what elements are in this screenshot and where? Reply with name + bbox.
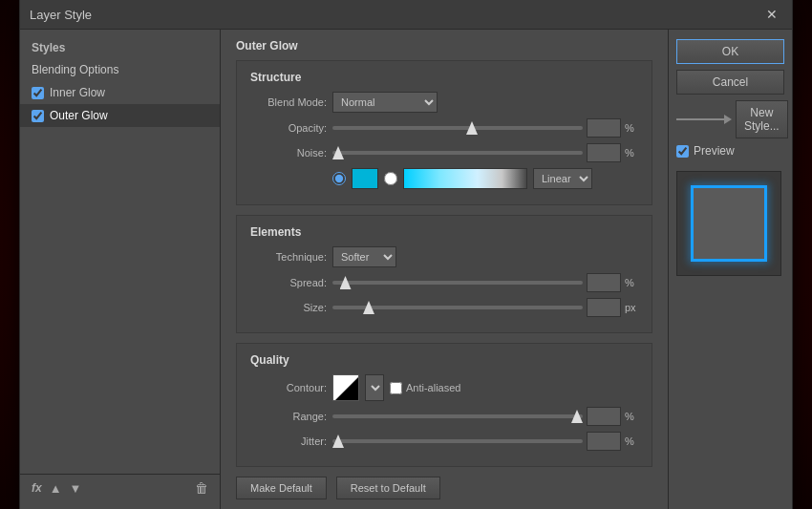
solid-color-swatch[interactable] [352, 168, 378, 189]
opacity-row: Opacity: 56 % [250, 118, 638, 138]
anti-aliased-checkbox[interactable] [390, 382, 402, 394]
ok-button[interactable]: OK [676, 39, 784, 64]
technique-row: Technique: Softer Precise [250, 246, 638, 267]
make-default-button[interactable]: Make Default [236, 477, 327, 499]
contour-row: Contour: Anti-aliased [250, 374, 638, 401]
cancel-button[interactable]: Cancel [676, 70, 784, 95]
jitter-row: Jitter: 0 % [250, 432, 638, 451]
sidebar-item-outer-glow[interactable]: Outer Glow [20, 104, 220, 127]
jitter-value[interactable]: 0 [587, 432, 621, 451]
jitter-unit: % [625, 435, 638, 447]
quality-section: Quality Contour: Anti-aliased [236, 343, 652, 467]
blending-options-label: Blending Options [32, 63, 118, 76]
elements-section: Elements Technique: Softer Precise Sprea… [236, 215, 652, 333]
noise-label: Noise: [250, 147, 327, 159]
solid-color-radio[interactable] [332, 172, 346, 185]
range-unit: % [625, 411, 638, 422]
preview-checkbox[interactable] [676, 145, 689, 158]
structure-label: Structure [250, 71, 638, 84]
noise-slider[interactable] [332, 151, 583, 155]
range-slider[interactable] [332, 414, 583, 418]
move-down-icon[interactable]: ▼ [70, 481, 82, 496]
spread-value[interactable]: 3 [587, 273, 621, 292]
jitter-slider[interactable] [332, 439, 583, 443]
spread-label: Spread: [250, 277, 327, 288]
outer-glow-section-label: Outer Glow [236, 39, 652, 53]
noise-unit: % [625, 147, 638, 159]
noise-slider-container: 0 % [332, 143, 638, 162]
range-slider-container: 100 % [332, 407, 638, 426]
new-style-area: New Style... [676, 100, 784, 138]
layer-style-dialog: Layer Style ✕ Styles Blending Options In… [19, 0, 793, 509]
arrow-head [724, 115, 732, 124]
move-up-icon[interactable]: ▲ [50, 481, 62, 496]
gradient-radio[interactable] [384, 172, 397, 185]
preview-inner [691, 185, 767, 262]
size-slider[interactable] [332, 306, 583, 309]
bottom-buttons: Make Default Reset to Default [236, 477, 652, 499]
inner-glow-label: Inner Glow [50, 86, 105, 99]
dialog-body: Styles Blending Options Inner Glow Outer… [20, 30, 792, 509]
blend-mode-label: Blend Mode: [250, 96, 327, 108]
dialog-titlebar: Layer Style ✕ [20, 0, 792, 30]
dialog-title: Layer Style [30, 8, 92, 22]
opacity-slider-container: 56 % [332, 118, 638, 138]
fx-icon[interactable]: fx [32, 481, 42, 495]
arrow-shaft [676, 118, 724, 120]
color-row: Linear Radial [332, 168, 638, 189]
noise-value[interactable]: 0 [587, 143, 621, 162]
size-label: Size: [250, 302, 327, 313]
gradient-swatch[interactable] [403, 168, 527, 189]
contour-label: Contour: [250, 382, 327, 393]
new-style-button[interactable]: New Style... [736, 100, 788, 138]
size-slider-container: 32 px [332, 298, 638, 317]
main-panel: Outer Glow Structure Blend Mode: Normal … [221, 30, 668, 509]
elements-label: Elements [250, 225, 638, 239]
close-button[interactable]: ✕ [761, 6, 782, 23]
sidebar-item-blending-options[interactable]: Blending Options [20, 58, 220, 81]
preview-label-row: Preview [676, 144, 784, 158]
range-value[interactable]: 100 [587, 407, 621, 426]
spread-unit: % [625, 277, 638, 288]
anti-aliased-label: Anti-aliased [390, 382, 460, 394]
noise-row: Noise: 0 % [250, 143, 638, 162]
inner-glow-checkbox[interactable] [32, 87, 44, 99]
styles-section-label: Styles [20, 37, 220, 58]
contour-select[interactable] [365, 374, 384, 401]
left-panel: Styles Blending Options Inner Glow Outer… [20, 30, 221, 509]
left-footer: fx ▲ ▼ 🗑 [20, 474, 220, 501]
reset-to-default-button[interactable]: Reset to Default [336, 477, 440, 499]
size-row: Size: 32 px [250, 298, 638, 317]
opacity-value[interactable]: 56 [587, 118, 621, 138]
preview-area [676, 171, 781, 276]
sidebar-item-inner-glow[interactable]: Inner Glow [20, 81, 220, 104]
structure-section: Structure Blend Mode: Normal Dissolve Sc… [236, 60, 652, 205]
spread-slider-container: 3 % [332, 273, 638, 292]
spread-row: Spread: 3 % [250, 273, 638, 292]
technique-select[interactable]: Softer Precise [332, 246, 396, 267]
range-row: Range: 100 % [250, 407, 638, 426]
opacity-unit: % [625, 122, 638, 134]
size-value[interactable]: 32 [587, 298, 621, 317]
blend-mode-row: Blend Mode: Normal Dissolve Screen Light… [250, 92, 638, 113]
quality-label: Quality [250, 353, 638, 367]
contour-preview[interactable] [332, 374, 359, 401]
size-unit: px [625, 302, 638, 313]
outer-glow-label: Outer Glow [50, 109, 108, 122]
delete-icon[interactable]: 🗑 [195, 480, 208, 496]
jitter-slider-container: 0 % [332, 432, 638, 451]
spread-slider[interactable] [332, 281, 583, 285]
outer-glow-checkbox[interactable] [32, 110, 44, 122]
right-panel: OK Cancel New Style... Preview [668, 30, 792, 509]
opacity-slider[interactable] [332, 126, 583, 130]
jitter-label: Jitter: [250, 435, 327, 447]
opacity-label: Opacity: [250, 122, 327, 134]
technique-label: Technique: [250, 251, 327, 263]
arrow-connector [676, 115, 732, 124]
blend-mode-select[interactable]: Normal Dissolve Screen Lighten [332, 92, 438, 113]
gradient-style-select[interactable]: Linear Radial [533, 168, 592, 189]
preview-label: Preview [694, 144, 735, 158]
range-label: Range: [250, 411, 327, 422]
